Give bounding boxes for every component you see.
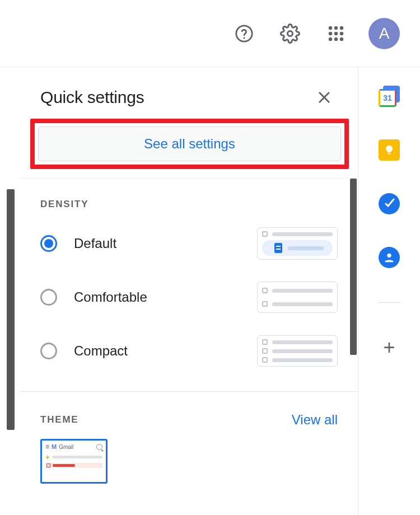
theme-section: THEME View all ≡ M Gmail +	[20, 392, 358, 497]
avatar[interactable]: A	[368, 18, 400, 49]
gmail-m-icon: M	[52, 443, 57, 450]
density-preview-compact	[257, 335, 338, 367]
see-all-settings-highlight: See all settings	[30, 119, 349, 169]
svg-point-9	[329, 37, 333, 41]
density-option-compact[interactable]: Compact	[40, 324, 338, 378]
close-icon[interactable]	[313, 86, 335, 109]
theme-view-all-link[interactable]: View all	[292, 412, 338, 428]
radio-compact[interactable]	[40, 343, 57, 359]
svg-point-10	[334, 37, 338, 41]
panel-scrollbar[interactable]	[350, 179, 357, 355]
calendar-icon[interactable]: 31	[378, 85, 400, 107]
theme-thumbnail-default[interactable]: ≡ M Gmail +	[40, 439, 108, 484]
add-app-button[interactable]: +	[378, 336, 400, 359]
density-option-default[interactable]: Default	[40, 217, 338, 270]
density-preview-comfortable	[257, 282, 338, 313]
svg-point-5	[340, 26, 344, 30]
contacts-icon[interactable]	[378, 246, 400, 269]
svg-point-4	[334, 26, 338, 30]
side-rail: 31 +	[358, 67, 420, 515]
theme-title: THEME	[40, 414, 79, 425]
svg-point-1	[243, 37, 245, 39]
apps-grid-icon[interactable]	[323, 20, 349, 47]
rail-divider	[378, 302, 400, 303]
density-title: DENSITY	[40, 199, 88, 210]
svg-point-7	[334, 31, 338, 35]
radio-label: Default	[74, 236, 240, 251]
svg-point-3	[329, 26, 333, 30]
svg-point-12	[387, 254, 391, 258]
help-icon[interactable]	[231, 20, 258, 47]
search-icon	[96, 444, 102, 450]
panel-title: Quick settings	[40, 88, 144, 107]
see-all-settings-button[interactable]: See all settings	[38, 127, 341, 161]
svg-point-11	[340, 37, 344, 41]
radio-label: Comfortable	[74, 289, 240, 305]
calendar-day: 31	[383, 93, 392, 102]
density-preview-default	[257, 227, 338, 260]
see-all-settings-label: See all settings	[144, 136, 235, 152]
density-option-comfortable[interactable]: Comfortable	[40, 270, 338, 324]
svg-point-2	[288, 31, 293, 36]
document-icon	[274, 243, 282, 253]
radio-label: Compact	[74, 343, 240, 359]
inbox-scrollbar[interactable]	[7, 189, 15, 430]
hamburger-icon: ≡	[45, 443, 49, 451]
plus-icon: +	[383, 338, 395, 358]
body: Quick settings See all settings DENSITY …	[0, 67, 420, 515]
radio-comfortable[interactable]	[40, 289, 57, 306]
avatar-letter: A	[379, 25, 390, 43]
app-header: A	[0, 0, 420, 67]
inbox-gutter	[0, 67, 20, 515]
gmail-label: Gmail	[59, 444, 73, 450]
quick-settings-panel: Quick settings See all settings DENSITY …	[20, 67, 358, 515]
keep-icon[interactable]	[378, 139, 400, 161]
tasks-icon[interactable]	[378, 193, 400, 215]
gear-icon[interactable]	[277, 20, 304, 47]
settings-scroll-area: DENSITY Default Comfortable	[20, 178, 358, 515]
panel-header: Quick settings	[20, 67, 358, 115]
compose-plus-icon: +	[45, 453, 50, 461]
radio-default[interactable]	[40, 235, 57, 252]
svg-point-8	[340, 31, 344, 35]
svg-point-6	[329, 31, 333, 35]
density-section: DENSITY Default Comfortable	[20, 179, 358, 392]
